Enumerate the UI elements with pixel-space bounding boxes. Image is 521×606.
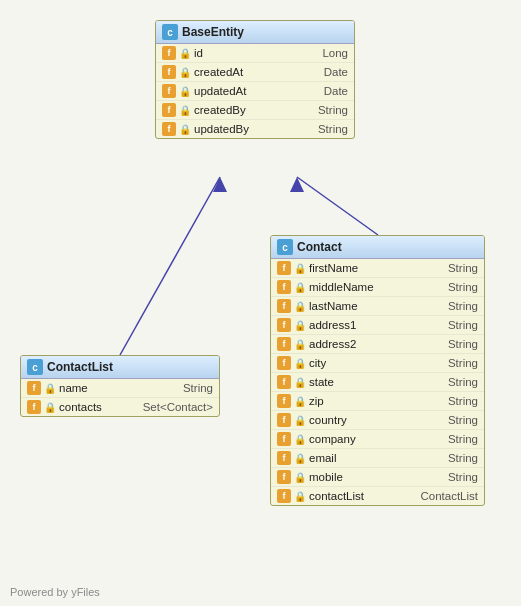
field-icon-createdby: f — [162, 103, 176, 117]
contactlist-class-icon: c — [27, 359, 43, 375]
watermark-text: Powered by yFiles — [10, 586, 100, 598]
field-row-city: f 🔒 city String — [271, 354, 484, 373]
field-type-city: String — [448, 357, 478, 369]
field-name-company: company — [309, 433, 445, 445]
lock-icon-zip: 🔒 — [294, 395, 306, 407]
field-icon-updatedat: f — [162, 84, 176, 98]
lock-icon-cl-name: 🔒 — [44, 382, 56, 394]
lock-icon-createdat: 🔒 — [179, 66, 191, 78]
field-icon-firstname: f — [277, 261, 291, 275]
field-name-city: city — [309, 357, 445, 369]
field-type-createdat: Date — [324, 66, 348, 78]
field-icon-id: f — [162, 46, 176, 60]
field-icon-company: f — [277, 432, 291, 446]
field-icon-address1: f — [277, 318, 291, 332]
field-row-company: f 🔒 company String — [271, 430, 484, 449]
field-row-contactlist: f 🔒 contactList ContactList — [271, 487, 484, 505]
field-row-createdat: f 🔒 createdAt Date — [156, 63, 354, 82]
field-type-cl-name: String — [183, 382, 213, 394]
lock-icon-lastname: 🔒 — [294, 300, 306, 312]
field-type-address2: String — [448, 338, 478, 350]
field-row-zip: f 🔒 zip String — [271, 392, 484, 411]
base-entity-name: BaseEntity — [182, 25, 244, 39]
contact-class-icon: c — [277, 239, 293, 255]
contact-header: c Contact — [271, 236, 484, 259]
field-type-updatedat: Date — [324, 85, 348, 97]
field-row-mobile: f 🔒 mobile String — [271, 468, 484, 487]
field-icon-cl-contacts: f — [27, 400, 41, 414]
field-row-state: f 🔒 state String — [271, 373, 484, 392]
lock-icon-updatedat: 🔒 — [179, 85, 191, 97]
field-name-country: country — [309, 414, 445, 426]
field-row-email: f 🔒 email String — [271, 449, 484, 468]
field-name-state: state — [309, 376, 445, 388]
field-name-createdat: createdAt — [194, 66, 321, 78]
field-type-email: String — [448, 452, 478, 464]
field-name-address2: address2 — [309, 338, 445, 350]
field-name-contactlist: contactList — [309, 490, 417, 502]
field-name-zip: zip — [309, 395, 445, 407]
field-row-middlename: f 🔒 middleName String — [271, 278, 484, 297]
lock-icon-createdby: 🔒 — [179, 104, 191, 116]
field-name-lastname: lastName — [309, 300, 445, 312]
field-type-lastname: String — [448, 300, 478, 312]
field-icon-zip: f — [277, 394, 291, 408]
field-icon-createdat: f — [162, 65, 176, 79]
lock-icon-state: 🔒 — [294, 376, 306, 388]
field-icon-email: f — [277, 451, 291, 465]
field-icon-mobile: f — [277, 470, 291, 484]
field-row-createdby: f 🔒 createdBy String — [156, 101, 354, 120]
field-row-firstname: f 🔒 firstName String — [271, 259, 484, 278]
field-name-createdby: createdBy — [194, 104, 315, 116]
lock-icon-city: 🔒 — [294, 357, 306, 369]
contactlist-header: c ContactList — [21, 356, 219, 379]
field-icon-lastname: f — [277, 299, 291, 313]
field-type-updatedby: String — [318, 123, 348, 135]
lock-icon-id: 🔒 — [179, 47, 191, 59]
field-row-lastname: f 🔒 lastName String — [271, 297, 484, 316]
lock-icon-updatedby: 🔒 — [179, 123, 191, 135]
svg-marker-1 — [290, 177, 304, 192]
field-row-id: f 🔒 id Long — [156, 44, 354, 63]
field-name-mobile: mobile — [309, 471, 445, 483]
lock-icon-middlename: 🔒 — [294, 281, 306, 293]
lock-icon-mobile: 🔒 — [294, 471, 306, 483]
contact-box: c Contact f 🔒 firstName String f 🔒 middl… — [270, 235, 485, 506]
lock-icon-address2: 🔒 — [294, 338, 306, 350]
svg-line-0 — [297, 177, 378, 235]
lock-icon-company: 🔒 — [294, 433, 306, 445]
field-icon-city: f — [277, 356, 291, 370]
field-icon-country: f — [277, 413, 291, 427]
field-row-updatedby: f 🔒 updatedBy String — [156, 120, 354, 138]
base-entity-class-icon: c — [162, 24, 178, 40]
contact-name: Contact — [297, 240, 342, 254]
field-row-cl-name: f 🔒 name String — [21, 379, 219, 398]
field-name-address1: address1 — [309, 319, 445, 331]
field-icon-cl-name: f — [27, 381, 41, 395]
field-type-cl-contacts: Set<Contact> — [143, 401, 213, 413]
contactlist-name: ContactList — [47, 360, 113, 374]
field-type-mobile: String — [448, 471, 478, 483]
field-name-firstname: firstName — [309, 262, 445, 274]
field-icon-middlename: f — [277, 280, 291, 294]
field-type-state: String — [448, 376, 478, 388]
field-row-address2: f 🔒 address2 String — [271, 335, 484, 354]
base-entity-header: c BaseEntity — [156, 21, 354, 44]
contactlist-box: c ContactList f 🔒 name String f 🔒 contac… — [20, 355, 220, 417]
field-row-updatedat: f 🔒 updatedAt Date — [156, 82, 354, 101]
svg-marker-3 — [213, 177, 227, 192]
field-type-middlename: String — [448, 281, 478, 293]
field-type-contactlist: ContactList — [420, 490, 478, 502]
field-icon-state: f — [277, 375, 291, 389]
field-type-country: String — [448, 414, 478, 426]
field-name-cl-contacts: contacts — [59, 401, 140, 413]
field-name-email: email — [309, 452, 445, 464]
field-row-cl-contacts: f 🔒 contacts Set<Contact> — [21, 398, 219, 416]
lock-icon-cl-contacts: 🔒 — [44, 401, 56, 413]
field-type-address1: String — [448, 319, 478, 331]
field-name-updatedby: updatedBy — [194, 123, 315, 135]
lock-icon-email: 🔒 — [294, 452, 306, 464]
field-type-id: Long — [322, 47, 348, 59]
field-type-firstname: String — [448, 262, 478, 274]
field-name-middlename: middleName — [309, 281, 445, 293]
